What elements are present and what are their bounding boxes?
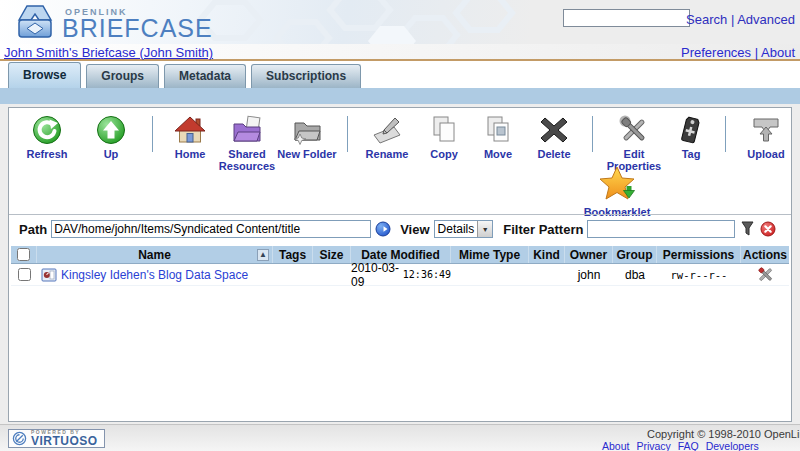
footer-faq-link[interactable]: FAQ [678, 440, 699, 451]
tag-button[interactable]: Tag [666, 114, 716, 160]
powered-by-virtuoso-badge[interactable]: POWERED BY VIRTUOSO [8, 429, 105, 448]
tool-label: Rename [366, 148, 409, 160]
apply-filter-button[interactable] [741, 221, 754, 237]
copy-button[interactable]: Copy [417, 114, 471, 160]
clear-filter-button[interactable] [760, 221, 776, 237]
cell-date-modified: 2010-03-09 12:36:49 [351, 261, 451, 289]
time-value: 12:36:49 [403, 269, 451, 280]
toolbar-separator [592, 116, 593, 152]
cell-group: dba [613, 268, 657, 282]
go-arrow-icon [375, 221, 391, 237]
clear-x-icon [760, 221, 776, 237]
funnel-icon [741, 221, 754, 237]
footer-links: About Privacy FAQ Developers [602, 440, 763, 451]
tool-label: Tag [682, 148, 701, 160]
link-separator: | [731, 12, 734, 27]
home-icon [174, 114, 206, 146]
chevron-down-icon: ▼ [477, 221, 492, 237]
filter-pattern-input[interactable] [587, 220, 735, 238]
cell-permissions: rw-r--r-- [671, 269, 728, 281]
move-icon [482, 114, 514, 146]
tool-label: Up [104, 148, 119, 160]
brand-briefcase: BRIEFCASE [62, 14, 213, 43]
column-header-group: Group [613, 246, 657, 263]
tool-label: Copy [430, 148, 458, 160]
user-bar: John Smith's Briefcase (John Smith) Pref… [0, 44, 800, 61]
rename-icon [371, 114, 403, 146]
upload-button[interactable]: Upload [735, 114, 797, 160]
column-header-actions: Actions [741, 246, 789, 263]
filter-pattern-label: Filter Pattern [503, 222, 583, 237]
tab-bar: Browse Groups Metadata Subscriptions [0, 61, 800, 88]
shared-resources-icon [231, 114, 263, 146]
panel-divider [9, 214, 791, 215]
toolbar: Refresh Up Home Shared R [15, 114, 800, 172]
header-links: Search | Advanced [686, 12, 795, 27]
advanced-link[interactable]: Advanced [737, 12, 795, 27]
tab-browse[interactable]: Browse [8, 62, 81, 88]
up-button[interactable]: Up [79, 114, 143, 160]
item-name-link[interactable]: Kingsley Idehen's Blog Data Space [61, 268, 248, 282]
tab-groups[interactable]: Groups [86, 64, 159, 88]
breadcrumb[interactable]: John Smith's Briefcase (John Smith) [4, 45, 213, 60]
new-folder-icon [291, 114, 323, 146]
column-header-mime-type: Mime Type [451, 246, 529, 263]
date-value: 2010-03-09 [351, 261, 400, 289]
path-label: Path [19, 222, 47, 237]
move-button[interactable]: Move [471, 114, 525, 160]
blue-band-decoration [0, 88, 800, 104]
search-link[interactable]: Search [686, 12, 727, 27]
toolbar-separator [347, 116, 348, 152]
rename-button[interactable]: Rename [357, 114, 417, 160]
footer-developers-link[interactable]: Developers [706, 440, 759, 451]
column-header-owner: Owner [565, 246, 613, 263]
delete-button[interactable]: Delete [525, 114, 583, 160]
home-button[interactable]: Home [162, 114, 218, 160]
footer: POWERED BY VIRTUOSO Copyright © 1998-201… [0, 424, 800, 451]
cell-owner: john [565, 268, 613, 282]
delete-icon [538, 114, 570, 146]
about-link[interactable]: About [761, 45, 795, 60]
footer-privacy-link[interactable]: Privacy [636, 440, 670, 451]
edit-properties-icon [618, 114, 650, 146]
copy-icon [428, 114, 460, 146]
virtuoso-swirl-icon [12, 431, 27, 446]
path-input[interactable] [51, 220, 371, 238]
column-header-kind: Kind [529, 246, 565, 263]
go-button[interactable] [375, 221, 391, 237]
toolbar-separator [152, 116, 153, 152]
search-input[interactable] [563, 9, 690, 27]
name-header-label: Name [138, 248, 171, 262]
briefcase-logo-icon [14, 2, 56, 42]
row-checkbox[interactable] [18, 268, 31, 281]
file-table: Name ▲ Tags Size Date Modified Mime Type… [11, 246, 789, 286]
tool-label: New Folder [277, 148, 336, 160]
upload-icon [750, 114, 782, 146]
copyright-text: Copyright © 1998-2010 OpenLink Software [647, 428, 800, 440]
view-select-value: Details [438, 222, 475, 236]
new-folder-button[interactable]: New Folder [276, 114, 338, 160]
path-bar: Path View Details ▼ Filter Pattern [15, 216, 787, 242]
edit-properties-button[interactable]: Edit Properties [602, 114, 666, 172]
bookmarklet-star-icon [599, 166, 635, 200]
shared-resources-button[interactable]: Shared Resources [218, 114, 276, 172]
table-row: Kingsley Idehen's Blog Data Space 2010-0… [11, 264, 789, 286]
select-all-checkbox[interactable] [17, 248, 30, 261]
tool-label: Home [175, 148, 206, 160]
row-actions-button[interactable] [757, 266, 774, 283]
data-space-icon [41, 267, 57, 283]
view-select[interactable]: Details ▼ [434, 220, 494, 238]
tool-label: Upload [747, 148, 784, 160]
tab-subscriptions[interactable]: Subscriptions [251, 64, 361, 88]
sort-asc-button[interactable]: ▲ [257, 249, 269, 261]
refresh-button[interactable]: Refresh [15, 114, 79, 160]
footer-about-link[interactable]: About [602, 440, 629, 451]
tab-metadata[interactable]: Metadata [164, 64, 246, 88]
column-header-tags: Tags [273, 246, 313, 263]
tool-label: Refresh [27, 148, 68, 160]
tools-icon [757, 266, 774, 283]
bookmarklet-button[interactable]: Bookmarklet [571, 166, 663, 218]
preferences-link[interactable]: Preferences [681, 45, 751, 60]
tool-label: Move [484, 148, 512, 160]
column-header-name: Name ▲ [37, 246, 273, 263]
